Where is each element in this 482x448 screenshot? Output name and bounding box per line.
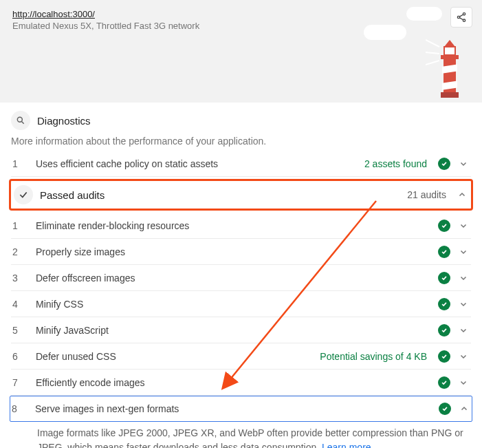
lighthouse-logo — [426, 32, 474, 98]
svg-point-2 — [463, 19, 465, 21]
audit-index: 3 — [12, 273, 29, 284]
audit-title: Serve images in next-gen formats — [35, 403, 432, 414]
chevron-down-icon — [457, 378, 470, 387]
audit-index: 4 — [12, 299, 29, 310]
audit-title: Defer offscreen images — [36, 273, 431, 284]
pass-status-icon — [438, 350, 450, 363]
share-button[interactable] — [450, 7, 472, 28]
passed-audits-count: 21 audits — [407, 189, 446, 200]
chevron-down-icon — [457, 248, 470, 256]
section-title: Diagnostics — [37, 115, 91, 127]
audit-title: Efficiently encode images — [36, 377, 431, 388]
svg-line-3 — [460, 14, 463, 17]
check-icon — [14, 185, 33, 204]
svg-line-12 — [426, 61, 439, 65]
audit-title: Uses efficient cache policy on static as… — [36, 158, 358, 169]
chevron-up-icon — [456, 191, 468, 199]
pass-status-icon — [438, 298, 450, 310]
section-description: More information about the performance o… — [11, 136, 471, 147]
audit-index: 5 — [12, 325, 29, 336]
chevron-down-icon — [457, 222, 470, 230]
svg-marker-9 — [444, 40, 455, 47]
audit-row[interactable]: 6Defer unused CSSPotential savings of 4 … — [11, 343, 471, 370]
audit-row[interactable]: 7Efficiently encode images — [11, 370, 471, 396]
svg-line-14 — [426, 40, 439, 47]
report-header: http://localhost:3000/ Emulated Nexus 5X… — [0, 0, 482, 103]
magnifier-icon — [11, 111, 30, 130]
audit-index: 1 — [12, 158, 29, 169]
audit-title: Eliminate render-blocking resources — [36, 220, 431, 231]
learn-more-link[interactable]: Learn more — [322, 442, 371, 448]
svg-point-1 — [457, 16, 459, 18]
audit-title: Properly size images — [36, 246, 431, 257]
chevron-down-icon — [457, 300, 470, 308]
pass-status-icon — [438, 220, 450, 232]
pass-status-icon — [438, 324, 450, 337]
passed-audits-title: Passed audits — [40, 189, 400, 201]
audit-row[interactable]: 8Serve images in next-gen formats — [10, 396, 472, 422]
audit-row[interactable]: 5Minify JavaScript — [11, 317, 471, 343]
audit-index: 7 — [12, 377, 29, 388]
pass-status-icon — [439, 403, 451, 415]
audit-row[interactable]: 2Properly size images — [11, 239, 471, 265]
audit-row[interactable]: 4Minify CSS — [11, 291, 471, 317]
svg-line-16 — [21, 121, 23, 123]
chevron-down-icon — [457, 352, 470, 361]
svg-point-0 — [463, 13, 465, 15]
audit-index: 1 — [12, 220, 29, 231]
svg-rect-8 — [444, 47, 455, 55]
chevron-up-icon — [458, 405, 470, 413]
audit-row[interactable]: 1Uses efficient cache policy on static a… — [11, 151, 471, 177]
report-url[interactable]: http://localhost:3000/ — [12, 9, 95, 19]
audit-row[interactable]: 1Eliminate render-blocking resources — [11, 213, 471, 239]
audit-index: 8 — [12, 403, 28, 414]
audit-value: Potential savings of 4 KB — [320, 351, 427, 362]
audit-index: 2 — [12, 246, 29, 257]
cloud-decoration — [364, 25, 406, 40]
audit-title: Minify CSS — [36, 299, 431, 310]
chevron-down-icon — [457, 160, 470, 168]
share-icon — [456, 12, 467, 23]
diagnostics-header[interactable]: Diagnostics — [11, 107, 471, 134]
svg-point-15 — [17, 117, 22, 122]
chevron-down-icon — [457, 326, 470, 334]
pass-status-icon — [438, 158, 450, 170]
svg-line-4 — [460, 18, 463, 20]
cloud-decoration — [406, 7, 442, 21]
audit-title: Minify JavaScript — [36, 325, 431, 336]
svg-line-13 — [426, 52, 439, 54]
audit-index: 6 — [12, 351, 29, 362]
audit-title: Defer unused CSS — [36, 351, 313, 362]
pass-status-icon — [438, 376, 450, 389]
audit-value: 2 assets found — [364, 158, 427, 169]
svg-rect-6 — [441, 92, 459, 98]
passed-audits-highlight: Passed audits 21 audits — [9, 179, 473, 211]
pass-status-icon — [438, 272, 450, 284]
audit-row[interactable]: 3Defer offscreen images — [11, 265, 471, 291]
audit-detail-text: Image formats like JPEG 2000, JPEG XR, a… — [11, 422, 471, 448]
chevron-down-icon — [457, 274, 470, 282]
pass-status-icon — [438, 246, 450, 258]
passed-audits-header[interactable]: Passed audits 21 audits — [11, 181, 471, 209]
